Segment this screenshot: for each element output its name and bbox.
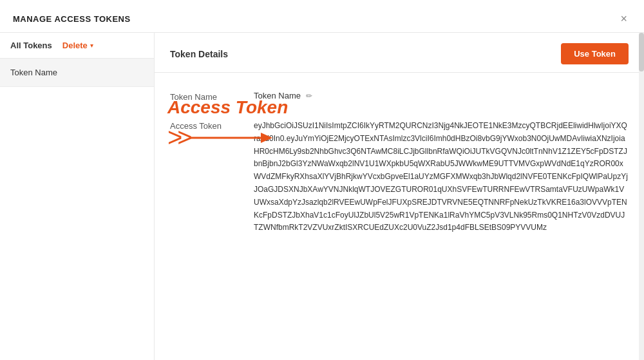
main-content: Token Details Use Token Token Name Token… — [155, 33, 644, 360]
use-token-button[interactable]: Use Token — [561, 43, 629, 64]
close-button[interactable]: × — [616, 12, 631, 26]
modal-title: MANAGE ACCESS TOKENS — [13, 14, 131, 24]
edit-icon[interactable]: ✏ — [306, 91, 312, 100]
scrollbar-thumb[interactable] — [639, 33, 644, 71]
all-tokens-button[interactable]: All Tokens — [10, 41, 52, 50]
sidebar-actions: All Tokens Delete ▾ — [0, 33, 154, 59]
scrollbar-track[interactable] — [639, 33, 644, 360]
modal-header: MANAGE ACCESS TOKENS × — [0, 0, 644, 33]
delete-button-group[interactable]: Delete ▾ — [62, 41, 93, 50]
modal-body: All Tokens Delete ▾ Token Name Token Det… — [0, 33, 644, 360]
token-details-title: Token Details — [170, 49, 228, 59]
manage-access-tokens-modal: MANAGE ACCESS TOKENS × All Tokens Delete… — [0, 0, 644, 360]
access-token-row: Access Token eyJhbGciOiJSUzI1NiIsImtpZCI… — [170, 120, 629, 234]
token-name-value: Token Name — [254, 91, 301, 100]
main-header: Token Details Use Token — [155, 33, 644, 73]
token-name-value-group: Token Name ✏ — [254, 91, 312, 100]
token-name-row: Token Name Token Name ✏ — [170, 91, 629, 102]
access-token-value: eyJhbGciOiJSUzI1NiIsImtpZCI6IkYyRTM2QURC… — [254, 120, 629, 234]
chevron-down-icon: ▾ — [90, 42, 93, 49]
sidebar: All Tokens Delete ▾ Token Name — [0, 33, 155, 360]
token-list: Token Name — [0, 59, 154, 87]
token-name-label: Token Name — [170, 91, 241, 102]
list-item[interactable]: Token Name — [0, 59, 154, 87]
access-token-label: Access Token — [170, 120, 241, 131]
token-form: Token Name Token Name ✏ Access Token eyJ… — [155, 73, 644, 360]
delete-label: Delete — [62, 41, 88, 50]
